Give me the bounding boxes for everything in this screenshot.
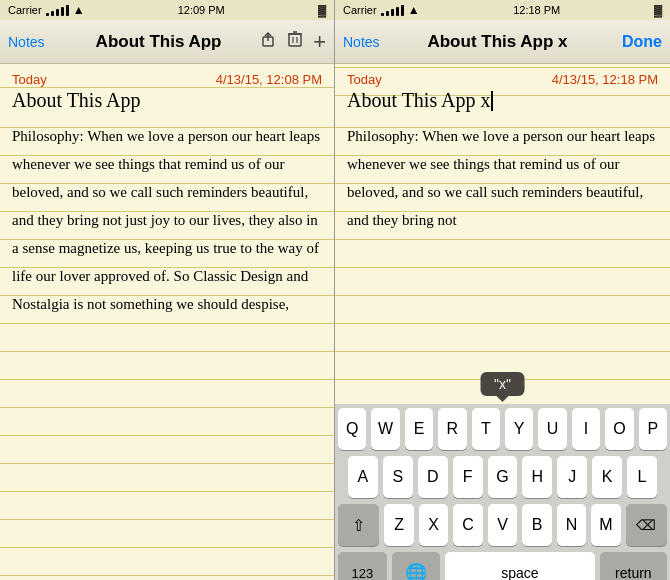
trash-button[interactable] [287, 30, 303, 53]
left-date-row: Today 4/13/15, 12:08 PM [12, 72, 322, 87]
right-note-content: Today 4/13/15, 12:18 PM About This App x… [347, 72, 658, 396]
key-s[interactable]: S [383, 456, 413, 498]
autocorrect-bubble[interactable]: "x" [480, 372, 525, 396]
left-phone-panel: Carrier ▲ 12:09 PM ▓ Notes About This Ap… [0, 0, 335, 580]
right-date: 4/13/15, 12:18 PM [552, 72, 658, 87]
left-wifi-icon: ▲ [73, 3, 85, 17]
signal-bar-4 [61, 7, 64, 16]
right-note-area[interactable]: Today 4/13/15, 12:18 PM About This App x… [335, 64, 670, 404]
right-signal [381, 5, 404, 16]
key-l[interactable]: L [627, 456, 657, 498]
left-note-area: Today 4/13/15, 12:08 PM About This App P… [0, 64, 334, 580]
key-e[interactable]: E [405, 408, 433, 450]
signal-bar-r1 [381, 13, 384, 16]
keyboard: Q W E R T Y U I O P A S D F G H J K L ⇧ … [335, 404, 670, 580]
key-j[interactable]: J [557, 456, 587, 498]
right-status-right: ▓ [654, 4, 662, 16]
key-r[interactable]: R [438, 408, 466, 450]
right-today-label: Today [347, 72, 382, 87]
key-t[interactable]: T [472, 408, 500, 450]
right-note-title[interactable]: About This App x [347, 89, 658, 112]
text-cursor [491, 91, 493, 111]
left-status-left: Carrier ▲ [8, 3, 85, 17]
signal-bar-3 [56, 9, 59, 16]
key-b[interactable]: B [522, 504, 551, 546]
right-nav-left: Notes [343, 34, 393, 50]
right-date-row: Today 4/13/15, 12:18 PM [347, 72, 658, 87]
key-h[interactable]: H [522, 456, 552, 498]
left-battery-icon: ▓ [318, 4, 326, 16]
signal-bar-r3 [391, 9, 394, 16]
keyboard-row-3: ⇧ Z X C V B N M ⌫ [338, 504, 667, 546]
done-button[interactable]: Done [622, 33, 662, 51]
left-nav-left: Notes [8, 34, 58, 50]
add-note-button[interactable]: + [313, 31, 326, 53]
right-nav-bar: Notes About This App x Done [335, 20, 670, 64]
svg-rect-2 [289, 34, 301, 46]
signal-bar-r5 [401, 5, 404, 16]
left-note-title[interactable]: About This App [12, 89, 322, 112]
autocorrect-suggestion: "x" [494, 376, 511, 392]
key-u[interactable]: U [538, 408, 566, 450]
key-g[interactable]: G [488, 456, 518, 498]
signal-bar-5 [66, 5, 69, 16]
key-x[interactable]: X [419, 504, 448, 546]
left-nav-right: + [259, 30, 326, 53]
return-key[interactable]: return [600, 552, 667, 580]
left-nav-title: About This App [58, 32, 259, 52]
right-back-button[interactable]: Notes [343, 34, 380, 50]
right-nav-right: Done [602, 33, 662, 51]
key-n[interactable]: N [557, 504, 586, 546]
key-v[interactable]: V [488, 504, 517, 546]
keyboard-row-4: 123 🌐 space return [338, 552, 667, 580]
right-status-bar: Carrier ▲ 12:18 PM ▓ [335, 0, 670, 20]
key-p[interactable]: P [639, 408, 667, 450]
space-key[interactable]: space [445, 552, 595, 580]
delete-key[interactable]: ⌫ [626, 504, 667, 546]
signal-bar-2 [51, 11, 54, 16]
key-y[interactable]: Y [505, 408, 533, 450]
globe-key[interactable]: 🌐 [392, 552, 441, 580]
key-a[interactable]: A [348, 456, 378, 498]
right-carrier: Carrier [343, 4, 377, 16]
key-m[interactable]: M [591, 504, 620, 546]
key-f[interactable]: F [453, 456, 483, 498]
signal-bar-r2 [386, 11, 389, 16]
signal-bar-r4 [396, 7, 399, 16]
key-q[interactable]: Q [338, 408, 366, 450]
right-note-body[interactable]: Philosophy: When we love a person our he… [347, 122, 658, 234]
right-wifi-icon: ▲ [408, 3, 420, 17]
left-clock: 12:09 PM [178, 4, 225, 16]
left-status-bar: Carrier ▲ 12:09 PM ▓ [0, 0, 334, 20]
left-status-right: ▓ [318, 4, 326, 16]
key-k[interactable]: K [592, 456, 622, 498]
shift-key[interactable]: ⇧ [338, 504, 379, 546]
key-o[interactable]: O [605, 408, 633, 450]
left-nav-bar: Notes About This App + [0, 20, 334, 64]
key-c[interactable]: C [453, 504, 482, 546]
key-d[interactable]: D [418, 456, 448, 498]
left-note-body[interactable]: Philosophy: When we love a person our he… [12, 122, 322, 318]
right-phone-panel: Carrier ▲ 12:18 PM ▓ Notes About This Ap… [335, 0, 670, 580]
right-clock: 12:18 PM [513, 4, 560, 16]
key-z[interactable]: Z [384, 504, 413, 546]
right-status-left: Carrier ▲ [343, 3, 420, 17]
keyboard-row-2: A S D F G H J K L [338, 456, 667, 498]
left-back-button[interactable]: Notes [8, 34, 45, 50]
right-nav-title: About This App x [393, 32, 602, 52]
right-battery-icon: ▓ [654, 4, 662, 16]
left-date: 4/13/15, 12:08 PM [216, 72, 322, 87]
left-today-label: Today [12, 72, 47, 87]
right-title-text: About This App x [347, 89, 491, 111]
left-carrier: Carrier [8, 4, 42, 16]
numbers-key[interactable]: 123 [338, 552, 387, 580]
key-w[interactable]: W [371, 408, 399, 450]
left-signal [46, 5, 69, 16]
share-button[interactable] [259, 30, 277, 53]
key-i[interactable]: I [572, 408, 600, 450]
signal-bar-1 [46, 13, 49, 16]
keyboard-row-1: Q W E R T Y U I O P [338, 408, 667, 450]
